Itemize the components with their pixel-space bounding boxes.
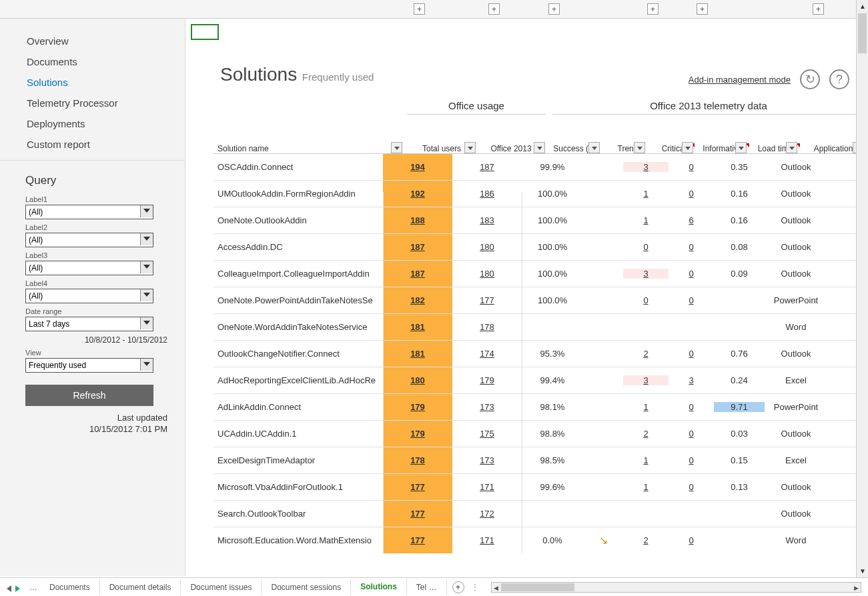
- table-row: AccessAddin.DC187180100.0%000.08Outlook: [213, 233, 868, 260]
- total-users-link[interactable]: 182: [410, 295, 425, 305]
- office-2013-link[interactable]: 178: [480, 322, 494, 332]
- vertical-scrollbar[interactable]: ▲ ▼: [856, 0, 868, 577]
- nav-solutions[interactable]: Solutions: [0, 72, 185, 93]
- critical-link[interactable]: 2: [643, 429, 648, 439]
- refresh-button[interactable]: Refresh: [25, 385, 153, 406]
- office-2013-link[interactable]: 177: [480, 295, 494, 305]
- filter-succ[interactable]: [588, 142, 600, 153]
- critical-link[interactable]: 1: [643, 455, 648, 465]
- office-2013-link[interactable]: 173: [480, 455, 494, 465]
- total-users-link[interactable]: 181: [410, 349, 425, 359]
- critical-link[interactable]: 2: [643, 349, 648, 359]
- informative-link[interactable]: 0: [689, 402, 693, 412]
- nav-documents[interactable]: Documents: [0, 51, 185, 72]
- informative-link[interactable]: 0: [689, 189, 693, 199]
- informative-link[interactable]: 0: [689, 349, 693, 359]
- office-2013-link[interactable]: 186: [480, 189, 494, 199]
- scroll-thumb[interactable]: [858, 13, 867, 53]
- critical-link[interactable]: 3: [643, 162, 648, 172]
- outline-expand-3[interactable]: +: [548, 3, 560, 15]
- informative-link[interactable]: 0: [689, 482, 693, 492]
- total-users-link[interactable]: 177: [410, 509, 425, 519]
- filter-2013[interactable]: [534, 142, 545, 153]
- office-2013-link[interactable]: 173: [480, 402, 494, 412]
- total-users-link[interactable]: 177: [410, 482, 425, 492]
- informative-link[interactable]: 0: [689, 295, 693, 305]
- cell-office-2013: 186: [452, 189, 522, 199]
- tab-nav-next-icon[interactable]: [15, 585, 20, 592]
- critical-link[interactable]: 1: [643, 215, 648, 225]
- tab-document-details[interactable]: Document details: [100, 579, 181, 595]
- informative-link[interactable]: 0: [689, 162, 693, 172]
- total-users-link[interactable]: 178: [410, 455, 425, 465]
- addin-management-mode-link[interactable]: Add-in management mode: [689, 75, 791, 85]
- nav-telemetry-processor[interactable]: Telemetry Processor: [0, 93, 185, 113]
- total-users-link[interactable]: 192: [410, 189, 425, 199]
- filter-crit[interactable]: [682, 142, 693, 153]
- outline-expand-4[interactable]: +: [647, 3, 659, 15]
- informative-link[interactable]: 0: [689, 455, 693, 465]
- nav-deployments[interactable]: Deployments: [0, 113, 185, 134]
- filter-info[interactable]: [735, 142, 747, 153]
- label3-select[interactable]: [25, 261, 153, 275]
- office-2013-link[interactable]: 172: [480, 509, 494, 519]
- tab-tel-more[interactable]: Tel …: [407, 579, 447, 595]
- total-users-link[interactable]: 188: [410, 215, 425, 225]
- outline-expand-1[interactable]: +: [414, 3, 425, 15]
- informative-link[interactable]: 0: [689, 269, 693, 279]
- office-2013-link[interactable]: 187: [480, 162, 494, 172]
- tab-nav-prev-icon[interactable]: [7, 585, 11, 592]
- filter-name[interactable]: [391, 142, 402, 153]
- outline-expand-6[interactable]: +: [813, 3, 824, 15]
- total-users-link[interactable]: 187: [410, 242, 425, 252]
- office-2013-link[interactable]: 174: [480, 349, 494, 359]
- critical-link[interactable]: 1: [643, 482, 648, 492]
- office-2013-link[interactable]: 171: [480, 535, 494, 545]
- nav-custom-report[interactable]: Custom report: [0, 134, 185, 155]
- filter-total[interactable]: [464, 142, 476, 153]
- tab-solutions[interactable]: Solutions: [351, 579, 407, 596]
- tab-document-sessions[interactable]: Document sessions: [262, 579, 351, 595]
- total-users-link[interactable]: 177: [410, 535, 425, 545]
- total-users-link[interactable]: 187: [410, 269, 425, 279]
- outline-expand-2[interactable]: +: [488, 3, 500, 15]
- tab-documents[interactable]: Documents: [40, 579, 100, 595]
- hscroll-thumb[interactable]: [501, 583, 574, 591]
- office-2013-link[interactable]: 180: [480, 269, 494, 279]
- critical-link[interactable]: 0: [643, 242, 648, 252]
- critical-link[interactable]: 3: [643, 375, 648, 385]
- informative-link[interactable]: 0: [689, 535, 693, 545]
- horizontal-scrollbar[interactable]: ◀ ▶: [491, 582, 861, 593]
- tab-document-issues[interactable]: Document issues: [181, 579, 262, 595]
- critical-link[interactable]: 0: [643, 295, 648, 305]
- critical-link[interactable]: 1: [643, 402, 648, 412]
- total-users-link[interactable]: 194: [410, 162, 425, 172]
- total-users-link[interactable]: 181: [410, 322, 425, 332]
- total-users-link[interactable]: 179: [410, 402, 425, 412]
- office-2013-link[interactable]: 183: [480, 215, 494, 225]
- office-2013-link[interactable]: 180: [480, 242, 494, 252]
- filter-trend[interactable]: [634, 142, 645, 153]
- critical-link[interactable]: 1: [643, 189, 648, 199]
- critical-link[interactable]: 2: [643, 535, 648, 545]
- office-2013-link[interactable]: 175: [480, 429, 494, 439]
- filter-load[interactable]: [786, 142, 797, 153]
- tab-overflow-left[interactable]: …: [27, 583, 40, 592]
- label1-select[interactable]: [25, 205, 153, 219]
- outline-expand-5[interactable]: +: [697, 3, 708, 15]
- label2-select[interactable]: [25, 233, 153, 247]
- date-range-select[interactable]: [25, 317, 153, 331]
- informative-link[interactable]: 6: [689, 215, 693, 225]
- informative-link[interactable]: 0: [689, 242, 693, 252]
- nav-overview[interactable]: Overview: [0, 31, 185, 51]
- informative-link[interactable]: 0: [689, 429, 693, 439]
- new-sheet-button[interactable]: +: [452, 581, 464, 593]
- total-users-link[interactable]: 180: [410, 375, 425, 385]
- label4-select[interactable]: [25, 289, 153, 303]
- office-2013-link[interactable]: 179: [480, 375, 494, 385]
- view-select[interactable]: [25, 358, 153, 373]
- office-2013-link[interactable]: 171: [480, 482, 494, 492]
- total-users-link[interactable]: 179: [410, 429, 425, 439]
- critical-link[interactable]: 3: [643, 269, 648, 279]
- informative-link[interactable]: 3: [689, 375, 693, 385]
